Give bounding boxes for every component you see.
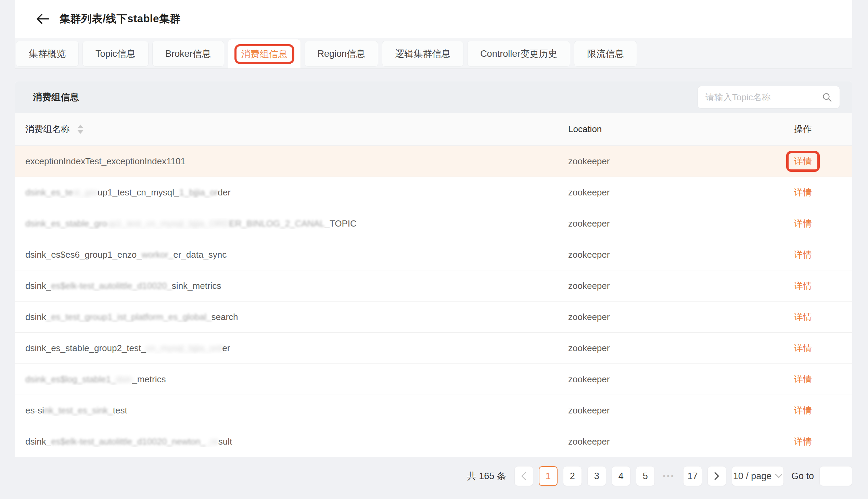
tab-label: 集群概览 (29, 49, 66, 59)
action-cell: 详情 (739, 404, 852, 416)
page-title: 集群列表/线下stable集群 (60, 12, 181, 26)
search-icon[interactable] (822, 92, 832, 102)
location-value: zookeeper (568, 156, 739, 167)
action-cell: 详情 (739, 186, 852, 198)
consumer-group-name: dsink_es$elk-test_autolittle_d10020_sink… (15, 281, 568, 291)
page-number-button[interactable]: 5 (636, 466, 655, 486)
table-row: es-sink_test_es_sink_test zookeeper 详情 (15, 395, 852, 426)
action-cell: 详情 (739, 151, 852, 172)
page-ellipsis[interactable]: ••• (660, 466, 678, 486)
tab-4[interactable]: 消费组信息 (228, 39, 301, 69)
tab-3[interactable]: Broker信息 (152, 41, 224, 67)
sort-icon[interactable] (77, 125, 84, 134)
location-value: zookeeper (568, 343, 739, 354)
detail-link[interactable]: 详情 (794, 187, 812, 197)
action-cell: 详情 (739, 342, 852, 354)
tab-5[interactable]: Region信息 (305, 41, 379, 67)
detail-link[interactable]: 详情 (794, 156, 812, 166)
action-cell: 详情 (739, 280, 852, 292)
consumer-group-name: dsink_es_stable_group2_test_cn_mysql_bjj… (15, 343, 568, 354)
location-value: zookeeper (568, 250, 739, 260)
tab-6[interactable]: 逻辑集群信息 (382, 41, 463, 67)
detail-link[interactable]: 详情 (794, 343, 812, 353)
sort-asc-icon[interactable] (77, 125, 84, 128)
topic-search-box[interactable] (698, 86, 840, 109)
pagination-bar: 共 165 条 1 2 3 4 5 ••• 17 10 / page Go to (15, 466, 852, 486)
tab-label: Controller变更历史 (480, 49, 557, 59)
action-cell: 详情 (739, 436, 852, 448)
table-row: dsink_es$log_stable1_dsin_metrics zookee… (15, 364, 852, 395)
column-header-location: Location (568, 124, 739, 134)
detail-link[interactable]: 详情 (794, 281, 812, 291)
goto-label: Go to (791, 471, 814, 482)
page-size-select[interactable]: 10 / page (732, 466, 784, 486)
location-value: zookeeper (568, 281, 739, 291)
page-header: 集群列表/线下stable集群 (15, 0, 852, 38)
table-row: dsink_es_stable_group1_test_cn_mysql_bjj… (15, 208, 852, 239)
location-value: zookeeper (568, 218, 739, 229)
page-number-button[interactable]: 1 (539, 466, 558, 486)
table-row: dsink_es$es6_group1_enzo_workor_er_data_… (15, 239, 852, 270)
consumer-group-name: exceptionIndexTest_exceptionIndex1101 (15, 156, 568, 167)
consumer-group-panel: 消费组信息 消费组名称 Location 操作 (15, 82, 852, 457)
back-arrow-icon[interactable] (35, 11, 50, 26)
panel-title: 消费组信息 (33, 91, 79, 104)
table-body: exceptionIndexTest_exceptionIndex1101 zo… (15, 146, 852, 457)
page-number-button[interactable]: 4 (612, 466, 631, 486)
sort-desc-icon[interactable] (77, 130, 84, 134)
column-header-action: 操作 (739, 123, 852, 135)
tab-label: 逻辑集群信息 (395, 49, 450, 59)
table-row: exceptionIndexTest_exceptionIndex1101 zo… (15, 146, 852, 177)
chevron-down-icon (775, 474, 782, 478)
table-row: dsink_es_test_group1_test_cn_mysql_1_bjj… (15, 177, 852, 208)
detail-link[interactable]: 详情 (794, 312, 812, 322)
page-number-button[interactable]: 3 (587, 466, 606, 486)
location-value: zookeeper (568, 312, 739, 322)
consumer-group-name: dsink_es$es6_group1_enzo_workor_er_data_… (15, 250, 568, 260)
table-row: dsink_es_test_group1_ist_platform_es_glo… (15, 302, 852, 333)
next-page-button[interactable] (708, 466, 726, 486)
detail-link[interactable]: 详情 (794, 405, 812, 415)
table-row: dsink_es$elk-test_autolittle_d10020_sink… (15, 270, 852, 302)
action-cell: 详情 (739, 249, 852, 261)
tab-label: Topic信息 (96, 49, 136, 59)
total-count: 共 165 条 (467, 470, 506, 482)
tab-bar: 集群概览 Topic信息 Broker信息 消费组信息 Region信息 逻辑集… (15, 38, 852, 69)
tab-2[interactable]: Topic信息 (83, 41, 148, 67)
location-value: zookeeper (568, 374, 739, 385)
detail-link[interactable]: 详情 (794, 374, 812, 384)
prev-page-button[interactable] (514, 466, 533, 486)
action-cell: 详情 (739, 374, 852, 385)
tab-1[interactable]: 集群概览 (16, 41, 79, 67)
consumer-group-name: dsink_es_stable_group1_test_cn_mysql_bjj… (15, 218, 568, 229)
location-value: zookeeper (568, 187, 739, 198)
topic-search-input[interactable] (706, 92, 822, 103)
consumer-group-name: dsink_es$elk-test_autolittle_d10020_newt… (15, 436, 568, 447)
panel-header: 消费组信息 (15, 82, 852, 113)
table-row: dsink_es$elk-test_autolittle_d10020_newt… (15, 426, 852, 457)
detail-link[interactable]: 详情 (794, 436, 812, 447)
page-number-button[interactable]: 2 (563, 466, 582, 486)
consumer-group-name: es-sink_test_es_sink_test (15, 405, 568, 416)
detail-link[interactable]: 详情 (794, 250, 812, 260)
location-value: zookeeper (568, 405, 739, 416)
consumer-group-name: dsink_es$log_stable1_dsin_metrics (15, 374, 568, 385)
location-value: zookeeper (568, 436, 739, 447)
goto-page-input[interactable] (819, 466, 852, 486)
tab-7[interactable]: Controller变更历史 (467, 41, 570, 67)
action-cell: 详情 (739, 218, 852, 230)
column-header-name: 消费组名称 (15, 123, 568, 135)
consumer-group-name: dsink_es_test_group1_test_cn_mysql_1_bjj… (15, 187, 568, 198)
tab-label: Broker信息 (165, 49, 211, 59)
table-row: dsink_es_stable_group2_test_cn_mysql_bjj… (15, 333, 852, 364)
consumer-group-name: dsink_es_test_group1_ist_platform_es_glo… (15, 312, 568, 322)
table-header-row: 消费组名称 Location 操作 (15, 113, 852, 146)
tab-8[interactable]: 限流信息 (574, 41, 637, 67)
tab-label: Region信息 (318, 49, 366, 59)
page-number-button[interactable]: 17 (683, 466, 702, 486)
action-cell: 详情 (739, 311, 852, 323)
tab-label: 限流信息 (587, 49, 624, 59)
tab-label: 消费组信息 (241, 49, 288, 59)
detail-link[interactable]: 详情 (794, 218, 812, 229)
